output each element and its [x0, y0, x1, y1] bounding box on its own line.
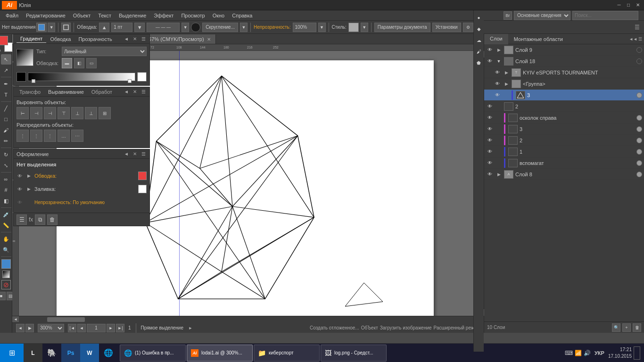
layer-row-3b[interactable]: 👁 3	[484, 123, 644, 135]
layers-delete-btn[interactable]: 🗑	[633, 323, 641, 332]
layer-expand-oskolok[interactable]	[495, 115, 502, 121]
layer-expand-3b[interactable]	[495, 126, 502, 132]
align-panel-menu[interactable]: ☰	[140, 89, 147, 95]
menu-effect[interactable]: Эффект	[150, 12, 177, 19]
hand-tool[interactable]: ✋	[1, 234, 11, 244]
obvodka-expand-icon[interactable]: ▶	[26, 173, 32, 179]
gradient-panel-close[interactable]: ✕	[132, 36, 138, 42]
dist-3[interactable]: ⋮	[44, 130, 56, 142]
zalivka-expand-icon[interactable]: ▶	[26, 186, 32, 192]
layers-add-btn[interactable]: +	[622, 323, 631, 332]
layer-dot-1[interactable]	[636, 149, 642, 155]
menu-help[interactable]: Справка	[228, 12, 256, 19]
gradient-tab[interactable]: Градиент	[17, 35, 46, 43]
appearance-new-btn[interactable]: ☰	[17, 214, 27, 225]
obvodka-input[interactable]	[111, 23, 132, 32]
appearance-panel-header[interactable]: Оформление ◄ ✕ ☰	[14, 149, 149, 159]
opacity-visibility-icon[interactable]: 👁	[17, 199, 23, 206]
stroke-type-dropdown[interactable]: ▼	[182, 23, 189, 32]
dist-5[interactable]: ⋯	[71, 130, 83, 142]
layer-expand-2[interactable]	[495, 103, 502, 110]
layer-expand-vspomagat[interactable]	[495, 160, 502, 166]
dist-4[interactable]: …	[58, 130, 70, 142]
layers-search-btn[interactable]: 🔍	[612, 323, 620, 332]
layer-dot-sloy18[interactable]	[636, 58, 642, 64]
type-tool[interactable]: T	[1, 90, 11, 100]
align-right[interactable]: ⊣	[44, 107, 56, 119]
gradient-panel-collapse[interactable]: ◄	[123, 36, 130, 42]
neprozrachnost-input[interactable]	[293, 23, 316, 32]
layer-expand-kyiv[interactable]: ▶	[503, 69, 510, 76]
opacity-label[interactable]: Непрозрачность: По умолчанию	[34, 200, 105, 205]
stroke-icon-btn[interactable]	[61, 23, 71, 32]
brush-tool[interactable]: 🖌	[1, 125, 11, 135]
selection-color-btn[interactable]	[36, 23, 47, 32]
dist-1[interactable]: ⋮	[17, 130, 29, 142]
layer-expand-sloy18[interactable]: ▼	[495, 58, 502, 65]
menu-view[interactable]: Просмотр	[177, 12, 208, 19]
gradient-panel-header[interactable]: Градиент Обводка Прозрачность ◄ ✕ ☰	[14, 34, 149, 44]
minimize-button[interactable]: ─	[615, 1, 623, 9]
layer-row-3-active[interactable]: 👁 3	[484, 90, 644, 101]
menu-select[interactable]: Выделение	[115, 12, 150, 19]
layer-dot-vspomagat[interactable]	[636, 160, 642, 166]
taskbar-photoshop-icon[interactable]: Ps	[61, 344, 80, 362]
layer-eye-group[interactable]: 👁	[494, 80, 501, 88]
layer-row-sloy18[interactable]: 👁 ▼ Слой 18	[484, 56, 644, 67]
layer-eye-2b[interactable]: 👁	[486, 137, 494, 144]
layers-tab-layers[interactable]: Слои	[484, 34, 508, 44]
align-top[interactable]: ⊤	[58, 107, 70, 119]
no-fill[interactable]: ⊘	[1, 280, 11, 289]
align-bottom[interactable]: ⊥	[85, 107, 97, 119]
direct-selection-tool[interactable]: ↗	[1, 65, 11, 75]
appearance-copy-btn[interactable]: ⧉	[35, 214, 45, 225]
right-tool-4[interactable]: 🖌	[474, 46, 484, 57]
gradient-type-select[interactable]: Линейный Радиальный	[62, 47, 147, 56]
scroll-left-btn[interactable]: ◄	[12, 316, 19, 323]
gradient-bar[interactable]	[28, 73, 135, 81]
wifi-icon[interactable]: 📶	[575, 350, 582, 356]
layer-expand-3a[interactable]	[503, 92, 510, 99]
mesh-tool[interactable]: #	[1, 185, 11, 195]
right-tool-2[interactable]: ◆	[474, 24, 484, 34]
align-panel-close[interactable]: ✕	[132, 89, 138, 95]
volume-icon[interactable]: 🔊	[584, 350, 591, 356]
bridge-btn[interactable]: Br	[504, 11, 512, 20]
search-input[interactable]	[572, 11, 638, 20]
pencil-tool[interactable]: ✏	[1, 136, 11, 146]
gradient-preview[interactable]	[17, 49, 33, 66]
obvodka-name[interactable]: Обводка:	[34, 173, 135, 179]
start-button[interactable]: ⊞	[0, 344, 24, 362]
draw-normal[interactable]: ■	[0, 292, 6, 300]
layer-eye-kyiv[interactable]: 👁	[494, 69, 501, 76]
neprozrachnost-dropdown[interactable]: ▼	[318, 23, 326, 32]
dist-2[interactable]: ⋮	[30, 130, 42, 142]
obvodka-down[interactable]: ▼	[134, 23, 145, 32]
scale-tool[interactable]: ⤡	[1, 160, 11, 171]
eyedropper-tool[interactable]: 💉	[1, 209, 11, 220]
blend-tool[interactable]: ∞	[1, 174, 11, 184]
zoom-select[interactable]: 300% 200% 100% 66.67%	[38, 324, 64, 332]
obv-btn-1[interactable]: ▬	[62, 58, 72, 68]
menu-object[interactable]: Объект	[69, 12, 94, 19]
status-fwd-icon[interactable]: ►	[187, 325, 194, 331]
skrugleniye-dropdown[interactable]: ▼	[240, 23, 248, 32]
artboard-input[interactable]	[87, 324, 106, 332]
obv-btn-3[interactable]: ▭	[86, 58, 97, 68]
obvodka-swatch[interactable]	[138, 172, 147, 180]
layer-eye-2[interactable]: 👁	[486, 103, 494, 110]
layer-row-sloy9[interactable]: 👁 ▶ Слой 9	[484, 44, 644, 56]
align-center-h[interactable]: ⊣	[30, 107, 42, 119]
zalivka-visibility-icon[interactable]: 👁	[17, 186, 23, 192]
align-tab[interactable]: Выравнивание	[45, 88, 87, 96]
layer-expand-sloy9[interactable]: ▶	[495, 47, 502, 53]
right-tool-1[interactable]: ●	[474, 12, 484, 23]
taskbar-lenovo-icon[interactable]: L	[24, 344, 42, 362]
layer-dot-3a[interactable]	[636, 92, 642, 98]
layer-row-group[interactable]: 👁 ▶ <Группа>	[484, 78, 644, 90]
artboard-fwd-btn[interactable]: ►	[107, 324, 115, 332]
extra-icon[interactable]: ⚙	[463, 23, 473, 32]
status-icon-1[interactable]: Создать отложенное...	[310, 325, 359, 330]
layer-row-oskolok[interactable]: 👁 осколок справа	[484, 112, 644, 123]
gradient-fill[interactable]	[1, 270, 11, 279]
